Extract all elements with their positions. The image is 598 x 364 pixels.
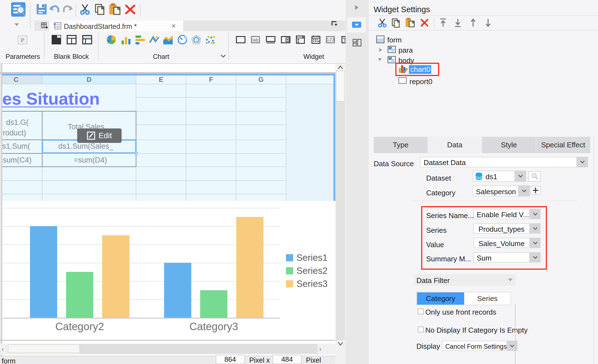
tab-type[interactable]: Type (374, 137, 428, 153)
chart0-selected-bg[interactable]: chart0 (409, 65, 431, 74)
h-scrollbar[interactable]: ‹ › (0, 343, 335, 355)
report-menu-caret[interactable] (14, 23, 19, 26)
cell-c4-line2[interactable]: roduct) (3, 129, 26, 137)
tree-node-form[interactable]: form (387, 36, 402, 44)
tree-node-report0[interactable]: report0 (409, 77, 432, 86)
delete-icon[interactable] (125, 4, 135, 14)
bar-series3-category2[interactable] (102, 235, 129, 318)
column-header-c[interactable]: C (2, 75, 42, 84)
tab-overflow-icon[interactable] (331, 21, 339, 28)
para-expand-icon[interactable] (379, 48, 382, 52)
combobox-widget-icon[interactable] (281, 36, 290, 43)
filter-tab-category[interactable]: Category (417, 292, 464, 305)
panel-cut-icon[interactable] (378, 18, 387, 28)
column-header-f[interactable]: F (186, 75, 236, 84)
radar-chart-icon[interactable] (192, 35, 201, 44)
selected-cell-handle[interactable] (135, 152, 138, 155)
column-header-g[interactable]: G (236, 75, 286, 84)
report-search-icon[interactable] (10, 2, 28, 18)
gauge-chart-icon[interactable] (178, 35, 187, 44)
series-name-chevron-icon[interactable] (530, 209, 541, 219)
value-chevron-icon[interactable] (530, 238, 541, 248)
body-collapse-icon[interactable] (378, 58, 382, 61)
no-display-empty-checkbox[interactable] (418, 327, 424, 332)
date-widget-icon[interactable] (311, 36, 320, 44)
column-header-e[interactable]: E (136, 75, 186, 84)
move-to-bottom-icon[interactable] (454, 18, 462, 27)
panel-delete-icon[interactable] (420, 19, 429, 27)
cell-c6[interactable]: sum(C4) (3, 156, 32, 165)
cell-c5[interactable]: s1.Sum( (2, 142, 30, 151)
series-chevron-icon[interactable] (530, 223, 541, 234)
tab-special-effect[interactable]: Special Effect (536, 137, 590, 153)
chart-section-chevron-icon[interactable] (220, 54, 226, 58)
area-chart-icon[interactable] (163, 35, 173, 44)
bar-series1-category2[interactable] (30, 226, 57, 318)
filepicker-widget-icon[interactable] (296, 36, 305, 44)
filter-tab-series[interactable]: Series (464, 292, 511, 305)
column-header-d[interactable]: D (42, 75, 136, 84)
collapse-arrow-icon[interactable] (355, 5, 358, 10)
dataset-search-button[interactable] (528, 171, 541, 182)
number-widget-icon[interactable]: 123 (326, 36, 335, 43)
blank-block-split-icon[interactable] (67, 35, 77, 44)
tab-style[interactable]: Style (482, 137, 536, 153)
bar-series3-category3[interactable] (236, 217, 263, 318)
cut-icon[interactable] (79, 4, 91, 15)
label-widget-icon[interactable]: lab (251, 36, 260, 43)
panel-paste-icon[interactable] (405, 18, 416, 28)
data-source-dropdown[interactable]: Dataset Data (420, 157, 577, 167)
ribbon-section-chart[interactable]: Chart (142, 53, 180, 60)
data-filter-header[interactable]: Data Filter (414, 274, 516, 286)
v-scrollbar[interactable] (335, 64, 346, 364)
category-chevron-icon[interactable] (519, 185, 530, 196)
data-source-chevron-icon[interactable] (577, 157, 588, 167)
edit-tooltip[interactable]: Edit (77, 128, 122, 143)
tree-node-para[interactable]: para (398, 46, 413, 55)
paste-icon[interactable] (109, 3, 122, 16)
report-title[interactable]: es Situation (2, 89, 100, 108)
dataset-chevron-icon[interactable] (515, 171, 526, 182)
move-down-icon[interactable] (484, 18, 492, 27)
ribbon-section-blank-block[interactable]: Blank Block (51, 53, 92, 60)
parameters-icon[interactable]: P (18, 36, 27, 44)
tab-close-icon[interactable]: × (172, 22, 176, 30)
category-dropdown[interactable]: Salesperson (473, 185, 519, 196)
bar-series2-category3[interactable] (200, 290, 227, 318)
display-chevron-icon[interactable] (507, 341, 517, 351)
move-to-top-icon[interactable] (439, 18, 447, 27)
tab-dashboardstarted[interactable]: DashboardStarted.frm * × (49, 21, 183, 31)
textarea-widget-icon[interactable] (266, 36, 275, 43)
copy-icon[interactable] (94, 4, 105, 16)
bar-series2-category2[interactable] (66, 272, 93, 318)
only-front-records-checkbox[interactable] (418, 309, 424, 314)
bar-chart-icon[interactable] (135, 36, 145, 44)
column-chart-icon[interactable] (122, 36, 130, 44)
cell-c4-line1[interactable]: ds1.G( (6, 118, 29, 127)
move-up-icon[interactable] (469, 18, 477, 27)
series-name-dropdown[interactable]: Enable Field V... (473, 209, 530, 219)
ribbon-section-widget[interactable]: Widget (294, 53, 333, 60)
block-dropdown-button[interactable] (352, 22, 361, 28)
chart-component[interactable]: Category2Category3Series1Series2Series3 (2, 201, 335, 340)
new-report-button[interactable] (39, 21, 50, 31)
scatter-chart-icon[interactable] (205, 35, 215, 44)
redo-icon[interactable] (62, 4, 73, 14)
display-dropdown[interactable]: Cancel Form Settings (442, 341, 507, 351)
series-dropdown[interactable]: Product_types (473, 223, 530, 234)
summary-method-dropdown[interactable]: Sum (473, 252, 530, 262)
cell-d6[interactable]: =sum(D4) (74, 156, 107, 165)
blank-block-absolute-icon[interactable] (52, 35, 61, 44)
body-height-field[interactable]: 484 (273, 355, 301, 364)
layout-view-icon[interactable] (353, 39, 361, 47)
textbox-widget-icon[interactable] (236, 36, 245, 43)
summary-method-chevron-icon[interactable] (530, 252, 541, 262)
ribbon-section-parameters[interactable]: Parameters (2, 53, 43, 60)
dataset-dropdown[interactable]: ds1 (473, 171, 515, 182)
line-chart-icon[interactable] (149, 35, 159, 44)
pie-chart-icon[interactable] (107, 35, 116, 44)
blank-block-tab-icon[interactable] (82, 35, 92, 44)
bar-series1-category3[interactable] (164, 263, 191, 318)
panel-copy-icon[interactable] (391, 18, 401, 28)
value-dropdown[interactable]: Sales_Volume (473, 238, 530, 248)
